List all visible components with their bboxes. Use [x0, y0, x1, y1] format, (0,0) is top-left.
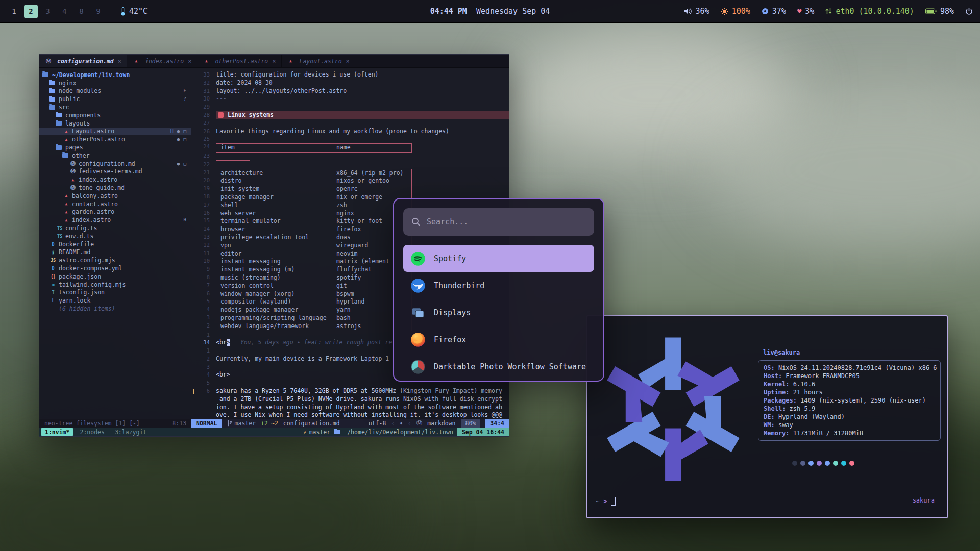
table-partial-border — [216, 153, 250, 161]
line-number: 6 — [191, 387, 216, 395]
tree-item[interactable]: nginx — [39, 79, 191, 87]
line-number: 29 — [191, 103, 216, 111]
workspace-button[interactable]: 9 — [91, 5, 105, 18]
table-cell-item: instant messaging (m) — [216, 266, 332, 274]
tree-item[interactable]: ▲ garden.astro — [39, 208, 191, 216]
line-text: Favorite things regarding Linux and my w… — [216, 128, 449, 136]
tree-item[interactable]: ▲ index.astro — [39, 176, 191, 184]
buffer-line: 6 sakura has a Ryzen 5 7640U, 32GB of DD… — [191, 387, 509, 395]
volume-module[interactable]: 36% — [684, 7, 709, 16]
workspace-button[interactable]: 8 — [75, 5, 88, 18]
line-number: 22 — [191, 161, 216, 169]
table-stub-line: 23 — [191, 153, 509, 161]
close-icon[interactable]: × — [188, 58, 191, 65]
tree-item[interactable]: public ? — [39, 95, 191, 103]
workspace-button[interactable]: 3 — [41, 5, 55, 18]
launcher-item-label: Darktable Photo Workflow Software — [434, 362, 586, 371]
palette-dot — [849, 461, 854, 466]
tree-item[interactable]: TS config.ts — [39, 224, 191, 232]
tmux-window[interactable]: 3:lazygit — [111, 428, 150, 436]
tree-item[interactable]: L yarn.lock — [39, 296, 191, 305]
filetype: markdown — [427, 420, 455, 427]
search-input[interactable] — [427, 217, 586, 227]
tmux-window[interactable]: 1:nvim* — [41, 428, 73, 436]
info-icon: ℹ — [49, 249, 57, 255]
table-row: package manager nix or emerge — [216, 193, 411, 202]
power-button[interactable] — [965, 8, 973, 15]
tree-item[interactable]: Ⓜ fediverse-terms.md — [39, 168, 191, 176]
launcher-item[interactable]: Firefox — [403, 326, 594, 353]
tree-item[interactable]: Ⓜ configuration.md ● □ — [39, 160, 191, 168]
tree-item[interactable]: ▲ balcony.astro — [39, 192, 191, 200]
launcher-item[interactable]: Displays — [403, 299, 594, 326]
cpu-module[interactable]: ♥ 3% — [797, 7, 815, 16]
buffer-line: 25 — [191, 135, 509, 143]
table-cell-name: x86_64 (rip m2 pro) — [332, 169, 411, 178]
tree-item[interactable]: pages — [39, 143, 191, 152]
tree-item-label: otherPost.astro — [72, 136, 125, 143]
line-number: 11 — [191, 249, 216, 258]
tree-item[interactable]: T tsconfig.json — [39, 289, 191, 297]
line-number: 25 — [191, 135, 216, 143]
launcher-item[interactable]: Darktable Photo Workflow Software — [403, 353, 594, 380]
workspace-button[interactable]: 4 — [58, 5, 71, 18]
tree-item[interactable]: D docker-compose.yml — [39, 264, 191, 272]
tree-item[interactable]: ▲ contact.astro — [39, 200, 191, 208]
tree-item[interactable]: D Dockerfile — [39, 240, 191, 248]
close-icon[interactable]: × — [346, 58, 350, 65]
table-cell-item: distro — [216, 177, 332, 185]
darktable-icon — [410, 359, 426, 374]
network-module[interactable]: eth0 (10.0.0.140) — [825, 7, 914, 16]
editor-tab[interactable]: ▲ otherPost.astro × — [197, 55, 281, 67]
tree-item[interactable]: other — [39, 152, 191, 160]
tree-item[interactable]: TS env.d.ts — [39, 232, 191, 240]
docker-icon: D — [49, 242, 57, 247]
tree-item[interactable]: Ⓜ tone-guide.md — [39, 184, 191, 192]
tree-item[interactable]: ~/Development/liv.town — [39, 71, 191, 79]
tree-item[interactable]: components — [39, 111, 191, 119]
tree-item-badges: ● □ — [177, 137, 191, 142]
fetch-info-label: Kernel — [764, 381, 793, 388]
tree-item[interactable]: ℹ README.md — [39, 248, 191, 257]
table-cell-item: nodejs package manager — [216, 306, 332, 314]
tree-item[interactable]: node_modules E — [39, 87, 191, 95]
launcher-item[interactable]: Thunderbird — [403, 272, 594, 299]
disk-module[interactable]: 37% — [762, 7, 786, 16]
launcher-item[interactable]: Spotify — [403, 245, 594, 272]
tree-item[interactable]: (6 hidden items) — [39, 305, 191, 313]
table-cell-item: music (streaming) — [216, 274, 332, 282]
close-icon[interactable]: × — [118, 58, 121, 65]
md-icon: Ⓜ — [69, 168, 77, 175]
workspace-button[interactable]: 1 — [7, 5, 21, 18]
lualine: NORMAL master +2~2 configuration.md utf-… — [191, 419, 509, 428]
editor-tab[interactable]: Ⓜ configuration.md × — [39, 55, 127, 67]
editor-tab[interactable]: ▲ Layout.astro × — [282, 55, 355, 67]
workspace-button[interactable]: 2 — [24, 5, 38, 18]
tree-item[interactable]: ▲ index.astro H — [39, 216, 191, 224]
cursor-position: 34:4 — [485, 419, 509, 428]
line-number: 14 — [191, 225, 216, 233]
line-number: 3 — [191, 314, 216, 322]
battery-module[interactable]: 98% — [925, 7, 954, 16]
palette-dot — [800, 461, 805, 466]
editor-tab[interactable]: ▲ index.astro × — [127, 55, 197, 67]
line-number: 24 — [191, 143, 216, 153]
table-row: shell zsh — [216, 202, 411, 210]
tree-item[interactable]: JS astro.config.mjs — [39, 256, 191, 264]
neo-tree-cursor-pos: 8:13 — [172, 420, 186, 427]
markdown-heading-line: 28 Linux systems — [191, 111, 509, 119]
tree-item[interactable]: ▲ otherPost.astro ● □ — [39, 135, 191, 143]
tree-item[interactable]: ≈ tailwind.config.mjs — [39, 281, 191, 289]
tree-item[interactable]: ▲ Layout.astro H ● □ — [39, 128, 191, 136]
table-row: instant messaging matrix (element — [216, 258, 411, 266]
shell-prompt[interactable]: ~ > — [596, 497, 616, 506]
fetch-info-value: NixOS 24.11.20240828.71e91c4 (Vicuna) x8… — [778, 364, 937, 371]
battery-value: 98% — [940, 7, 954, 16]
tree-item[interactable]: {} package.json — [39, 272, 191, 281]
launcher-search[interactable] — [403, 208, 594, 236]
close-icon[interactable]: × — [272, 58, 276, 65]
tree-item[interactable]: layouts — [39, 119, 191, 128]
brightness-module[interactable]: 100% — [721, 7, 750, 16]
tree-item[interactable]: src — [39, 103, 191, 111]
tmux-window[interactable]: 2:nodes — [76, 428, 108, 436]
